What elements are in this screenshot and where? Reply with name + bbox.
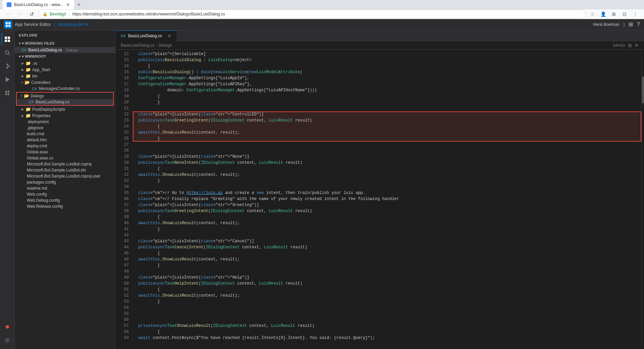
line-number-33: 33 [115,178,133,184]
file-deploycmd[interactable]: deploy.cmd [15,143,115,149]
file-deployment[interactable]: .deployment [15,119,115,125]
code-line-32: await this.ShowLuisResult(context, resul… [133,172,641,178]
line-number-18: 18 [115,87,133,93]
address-bar[interactable]: 🔒 Beveiligd | https://demoblog-bot.scm.a… [38,9,586,19]
cs-file-icon: C# [21,48,26,52]
folder-appstart[interactable]: ▶ 📁 App_Start [15,66,115,73]
browser-nav: ← → ↺ 🔒 Beveiligd | https://demoblog-bot… [0,9,644,19]
file-csproj[interactable]: Microsoft.Bot.Sample.LuisBot.csproj [15,161,115,167]
line-number-44: 44 [115,244,133,250]
line-number-19: 19 [115,93,133,99]
sidebar-icon-run[interactable] [1,73,13,86]
code-line-26: } [133,136,641,142]
code-line-18: domain: ConfigurationManager.AppSettings… [133,87,641,93]
line-number-56: 56 [115,317,133,323]
protocol-label: Beveiligd [50,12,66,16]
code-line-25: await this.ShowLuisResult(context, resul… [133,130,641,136]
code-line-24: { [133,123,641,130]
app-site-name[interactable]: demoblog-bot ▾ [57,22,88,27]
code-line-19: { [133,93,641,99]
file-packagesconfig[interactable]: packages.config [15,179,115,185]
folder-dialogs[interactable]: ▾ 📂 Dialogs [17,93,113,99]
line-number-13: 13 [115,57,133,63]
browser-nav-right: ☆ 👤 ⊞ ⊡ ⋮ [588,9,640,19]
line-number-50: 50 [115,281,133,287]
editor-area: C# BasicLuisDialog.cs ✕ BasicLuisDialog.… [115,31,644,349]
breadcrumb-file: BasicLuisDialog.cs [121,43,155,48]
file-defaulthtm[interactable]: default.htm [15,137,115,143]
svg-point-10 [6,64,8,65]
folder-vs[interactable]: ▶ 📁 .vs [15,60,115,66]
site-dropdown-arrow: ▾ [86,22,88,27]
favorites-button[interactable]: ☆ [588,9,597,19]
minimap-scrollbar[interactable] [641,50,644,349]
code-line-55 [133,311,641,317]
breadcrumb-section: Dialogs [159,43,172,48]
menu-button[interactable]: ⋮ [631,9,640,19]
file-sln[interactable]: Microsoft.Bot.Sample.LuisBot.sln [15,167,115,173]
svg-marker-15 [6,77,10,82]
file-webreleaseconfig[interactable]: Web.Release.config [15,203,115,209]
profile-button[interactable]: 👤 [598,9,608,19]
sidebar-icon-settings[interactable] [1,334,13,346]
code-line-52: await this.ShowLuisResult(context, resul… [133,293,641,299]
code-editor[interactable]: 1213141516171819202122232425262728293031… [115,50,644,349]
browser-tab-active[interactable]: BasicLuisDialog.cs - www... ✕ [3,0,74,9]
line-number-58: 58 [115,329,133,335]
zoom-button[interactable]: ⊡ [620,9,629,19]
app-logo [4,20,12,29]
editor-tab-basicluisdialog[interactable]: C# BasicLuisDialog.cs ✕ [115,31,177,41]
tab-close-button[interactable]: ✕ [66,2,70,7]
forward-button[interactable]: → [15,9,25,19]
back-button[interactable]: ← [4,9,13,19]
code-scroll-area[interactable]: class="plain">[Serializable] public clas… [133,50,641,349]
sidebar-icon-explorer[interactable] [1,33,13,45]
new-tab-button[interactable]: + [74,0,84,9]
line-number-30: 30 [115,160,133,166]
file-gitignore[interactable]: .gitignore [15,125,115,131]
line-number-29: 29 [115,154,133,160]
working-files-section[interactable]: ▾ WORKING FILES [15,40,115,47]
file-messagescontroller[interactable]: C# MessagesController.cs [15,86,115,92]
app-separator: | [54,22,55,27]
split-editor-button[interactable]: ⊞ [628,43,632,48]
folder-bin[interactable]: ▶ 📁 bin [15,73,115,79]
user-separator: | [624,22,625,27]
sidebar-icon-extensions[interactable] [1,87,13,99]
sidebar-icon-git[interactable] [1,60,13,72]
line-number-48: 48 [115,268,133,275]
sidebar-icon-search[interactable] [1,47,13,59]
file-globalasaxcs[interactable]: Global.asax.cs [15,155,115,161]
file-webdebugconfig[interactable]: Web.Debug.config [15,197,115,203]
help-icon[interactable]: ? [637,21,640,28]
line-number-40: 40 [115,220,133,226]
file-csprojuser[interactable]: Microsoft.Bot.Sample.LuisBot.csproj.user [15,173,115,179]
line-number-53: 53 [115,299,133,305]
tab-close-editor[interactable]: ✕ [167,33,171,39]
line-number-45: 45 [115,250,133,256]
folder-postdeploy[interactable]: ▶ 📁 PostDeployScripts [15,106,115,112]
line-number-31: 31 [115,166,133,172]
folder-properties[interactable]: ▶ 📁 Properties [15,112,115,119]
wwwroot-section[interactable]: ▾ WWWROOT [15,53,115,60]
file-globalasax[interactable]: Global.asax [15,149,115,155]
code-line-37: class="plain">[LuisIntent(class="str">"G… [133,202,641,208]
close-editor-button[interactable]: ✕ [635,43,639,48]
file-webconfig[interactable]: Web.config [15,191,115,197]
svg-rect-2 [6,25,8,27]
explorer-panel: EXPLORE ▾ WORKING FILES C# BasicLuisDial… [15,31,115,349]
extensions-button[interactable]: ⊞ [609,9,619,19]
folder-icon-appstart: 📁 [25,67,31,72]
file-readmemd[interactable]: readme.md [15,185,115,191]
file-buildcmd[interactable]: build.cmd [15,131,115,137]
svg-rect-0 [6,22,8,24]
folder-arrow-dialogs: ▾ [21,94,22,98]
folder-controllers[interactable]: ▾ 📂 Controllers [15,79,115,86]
code-line-31: { [133,166,641,172]
dialogs-folder-highlighted: ▾ 📂 Dialogs C# BasicLuisDialog.cs [16,92,114,106]
refresh-button[interactable]: ↺ [27,9,36,19]
working-file-basicluisdialog[interactable]: C# BasicLuisDialog.cs Dialogs [15,47,115,53]
layout-icon[interactable]: ⊞ [629,21,633,28]
code-line-43: class="plain">[LuisIntent(class="str">"C… [133,238,641,244]
file-basicluisdialog-tree[interactable]: C# BasicLuisDialog.cs [17,99,113,105]
